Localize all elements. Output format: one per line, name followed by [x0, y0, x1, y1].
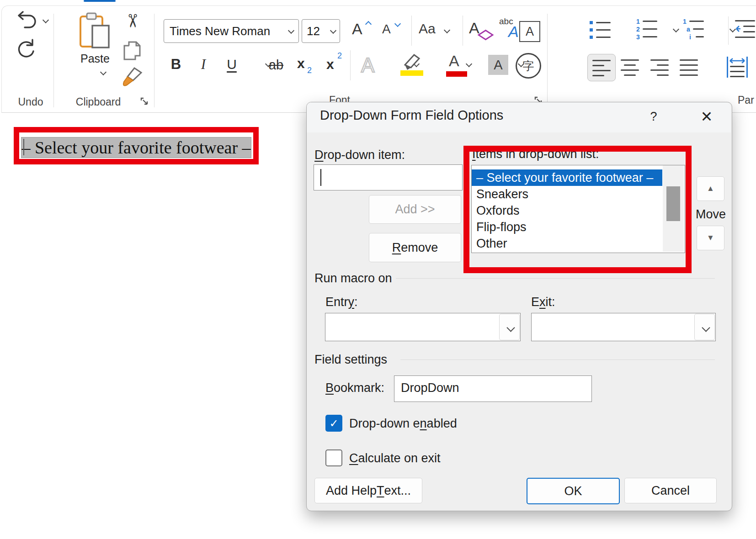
highlight-icon[interactable] [399, 52, 424, 77]
grow-font-button[interactable]: A [351, 19, 376, 42]
bookmark-value: DropDown [401, 381, 459, 395]
exit-dropdown-button[interactable] [694, 314, 715, 340]
font-size-chevron-icon[interactable] [330, 28, 337, 34]
small-divider [411, 16, 412, 46]
copy-icon[interactable] [122, 40, 144, 61]
section-divider [396, 278, 715, 279]
text-effects-glyph: A [361, 54, 375, 76]
change-case-glyph: Aa [419, 21, 436, 37]
group-divider [154, 14, 154, 107]
entry-chevron-icon [506, 324, 513, 330]
dialog-title: Drop-Down Form Field Options [320, 108, 503, 123]
small-divider [463, 16, 463, 46]
font-name-chevron-icon[interactable] [287, 28, 295, 34]
dropdown-form-field[interactable]: – Select your favorite footwear – [21, 137, 251, 158]
font-color-icon[interactable]: A [446, 52, 467, 77]
cut-icon[interactable]: ✂ [122, 13, 143, 33]
multilevel-list-icon[interactable]: 1 a i [683, 18, 704, 41]
text-effects-icon[interactable]: A [357, 52, 381, 76]
italic-glyph: I [201, 56, 206, 73]
eraser-shape [477, 30, 494, 40]
ok-button[interactable]: OK [527, 478, 620, 504]
change-case-chevron-icon[interactable] [443, 27, 451, 34]
font-size-value: 12 [302, 24, 330, 38]
small-divider [350, 50, 351, 80]
subscript-2-glyph: 2 [307, 66, 312, 75]
underline-button[interactable]: U [224, 54, 240, 75]
exit-combobox[interactable] [531, 313, 716, 341]
undo-menu-chevron-icon[interactable] [42, 17, 49, 24]
distributed-text-icon[interactable] [727, 57, 748, 79]
dropdown-enabled-checkbox[interactable]: ✓ [325, 415, 342, 432]
bullet-list-icon[interactable] [590, 19, 611, 41]
clear-formatting-icon[interactable]: A [469, 19, 493, 42]
grow-font-glyph: A [352, 20, 362, 38]
align-left-button[interactable] [587, 54, 616, 81]
enclose-characters-glyph: 字 [523, 58, 534, 74]
undo-group-label: Undo [8, 96, 53, 108]
justify-button[interactable] [680, 59, 698, 76]
undo-icon[interactable] [16, 11, 37, 31]
bookmark-input[interactable]: DropDown [394, 375, 592, 402]
shrink-font-button[interactable]: A [381, 20, 406, 42]
entry-label: Entry: [325, 295, 358, 309]
phonetic-a-glyph: A [508, 23, 519, 41]
grow-caret-icon [365, 19, 372, 26]
paste-icon[interactable] [78, 12, 112, 50]
dropdown-item-input[interactable] [314, 164, 463, 190]
small-divider [728, 16, 729, 45]
remove-button[interactable]: Remove [369, 233, 461, 262]
superscript-button[interactable]: x 2 [326, 51, 346, 76]
font-name-combo[interactable]: Times New Roman [164, 19, 299, 43]
character-shading-icon[interactable]: A [488, 55, 508, 75]
character-border-icon[interactable]: A [519, 21, 540, 42]
close-icon[interactable]: × [695, 105, 719, 128]
form-field-cursor [23, 139, 24, 155]
subscript-button[interactable]: x 2 [297, 55, 317, 76]
bold-button[interactable]: B [167, 54, 185, 75]
change-case-button[interactable]: Aa [419, 20, 457, 42]
entry-combobox[interactable] [325, 313, 521, 341]
section-divider [400, 359, 715, 360]
bold-glyph: B [171, 56, 181, 73]
align-right-button[interactable] [650, 59, 669, 76]
add-button[interactable]: Add >> [369, 195, 461, 224]
paste-button-label[interactable]: Paste [73, 51, 117, 66]
redo-icon[interactable] [16, 38, 37, 59]
add-help-text-button[interactable]: Add Help Text... [314, 478, 422, 503]
numbered-list-icon[interactable]: 1 2 3 [636, 18, 657, 41]
font-name-value: Times New Roman [164, 24, 287, 38]
clipboard-dialog-launcher-icon[interactable] [140, 97, 149, 106]
active-tab-indicator [84, 0, 116, 2]
strikethrough-glyph: ab [269, 58, 283, 73]
help-button[interactable]: ? [643, 107, 665, 126]
calculate-on-exit-checkbox[interactable] [325, 449, 342, 466]
cancel-button[interactable]: Cancel [624, 478, 717, 503]
move-label: Move [688, 207, 734, 221]
align-center-button[interactable] [621, 59, 639, 76]
paste-menu-chevron-icon[interactable] [100, 69, 107, 76]
bullet-list-chevron-icon[interactable] [672, 26, 680, 33]
superscript-2-glyph: 2 [337, 51, 342, 61]
calculate-on-exit-label: Calculate on exit [349, 451, 441, 465]
clipboard-group-label: Clipboard [69, 96, 128, 108]
text-caret [320, 169, 321, 186]
move-down-button[interactable]: ▼ [697, 226, 724, 250]
font-size-combo[interactable]: 12 [302, 19, 340, 43]
group-divider [547, 14, 548, 107]
move-up-button[interactable]: ▲ [697, 176, 724, 201]
italic-button[interactable]: I [197, 54, 210, 75]
entry-dropdown-button[interactable] [499, 314, 520, 340]
shrink-font-glyph: A [382, 22, 391, 37]
font-color-glyph: A [449, 52, 459, 70]
paragraph-group-label: Par [738, 94, 756, 106]
format-painter-icon[interactable] [121, 67, 144, 88]
character-shading-glyph: A [494, 58, 502, 73]
group-divider [53, 14, 54, 107]
strikethrough-button[interactable]: ab [265, 56, 287, 74]
subscript-x-glyph: x [297, 56, 305, 71]
decrease-indent-icon[interactable] [735, 19, 756, 41]
character-border-glyph: A [526, 25, 534, 39]
annotation-box-items-list [463, 146, 692, 273]
enclose-characters-icon[interactable]: 字 [516, 53, 541, 79]
